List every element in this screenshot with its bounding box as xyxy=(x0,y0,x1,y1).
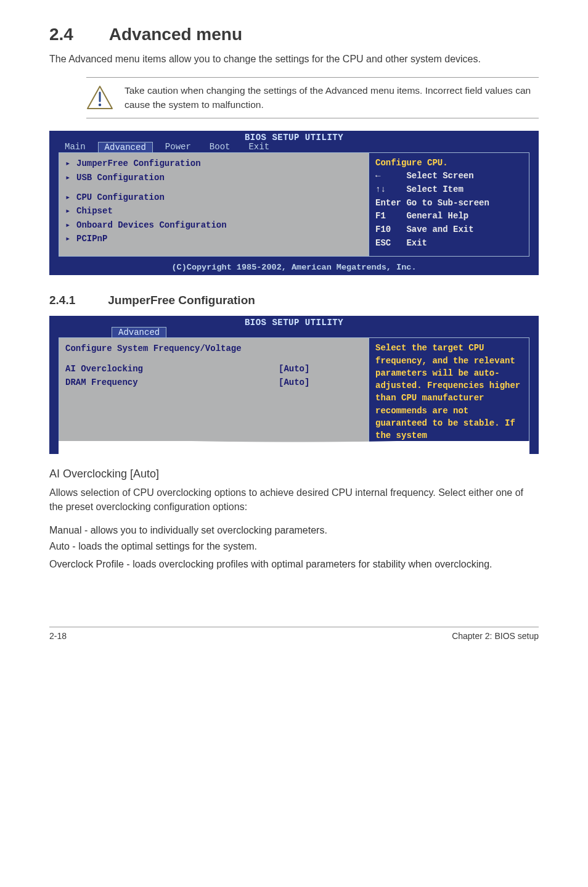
tab-power[interactable]: Power xyxy=(159,142,197,152)
tab-exit[interactable]: Exit xyxy=(242,142,276,152)
subsection-title: JumperFree Configuration xyxy=(108,294,255,307)
bios-advanced-panel: BIOS SETUP UTILITY Main Advanced Power B… xyxy=(49,131,539,275)
option-auto: Auto - loads the optimal settings for th… xyxy=(49,541,539,552)
bios-left-pane: ▸JumperFree Configuration ▸USB Configura… xyxy=(59,153,369,256)
caution-text: Take caution when changing the settings … xyxy=(125,84,539,112)
bios-tabs: Main Advanced Power Boot Exit xyxy=(50,142,538,152)
submenu-arrow-icon: ▸ xyxy=(65,232,73,245)
page-heading: 2.4 Advanced menu xyxy=(49,25,539,44)
chapter-label: Chapter 2: BIOS setup xyxy=(452,631,539,641)
option-body: Allows selection of CPU overclocking opt… xyxy=(49,485,539,514)
tab-boot[interactable]: Boot xyxy=(203,142,237,152)
menu-item-onboard[interactable]: ▸Onboard Devices Configuration xyxy=(65,218,362,232)
menu-item-pcipnp[interactable]: ▸PCIPnP xyxy=(65,232,362,245)
option-overclock-profile: Overclock Profile - loads overclocking p… xyxy=(49,557,539,571)
submenu-arrow-icon: ▸ xyxy=(65,218,73,232)
intro-text: The Advanced menu items allow you to cha… xyxy=(49,52,539,66)
tab-advanced[interactable]: Advanced xyxy=(98,142,153,152)
menu-item-chipset[interactable]: ▸Chipset xyxy=(65,204,362,218)
svg-point-2 xyxy=(99,104,101,106)
submenu-arrow-icon: ▸ xyxy=(65,157,73,170)
option-heading: AI Overclocking [Auto] xyxy=(49,468,539,481)
bios-left-pane: Configure System Frequency/Voltage AI Ov… xyxy=(59,338,369,448)
option-list: Manual - allows you to individually set … xyxy=(49,525,539,571)
bios-copyright: (C)Copyright 1985-2002, American Megatre… xyxy=(50,262,538,274)
option-manual: Manual - allows you to individually set … xyxy=(49,525,539,536)
caution-icon xyxy=(86,84,113,111)
bios-right-pane: Configure CPU. ← Select Screen ↑↓ Select… xyxy=(369,153,529,256)
bios-help-text: Select the target CPU frequency, and the… xyxy=(375,342,523,442)
heading-title: Advanced menu xyxy=(109,25,242,44)
submenu-arrow-icon: ▸ xyxy=(65,171,73,184)
bios-tabs: Advanced xyxy=(50,328,538,337)
menu-item-jumperfree[interactable]: ▸JumperFree Configuration xyxy=(65,157,362,170)
bios-title: BIOS SETUP UTILITY xyxy=(50,131,538,142)
setting-dram-frequency[interactable]: DRAM Frequency [Auto] xyxy=(65,376,362,389)
bios-right-pane: Select the target CPU frequency, and the… xyxy=(369,338,529,448)
menu-item-cpu[interactable]: ▸CPU Configuration xyxy=(65,191,362,204)
tab-advanced[interactable]: Advanced xyxy=(112,327,166,337)
submenu-arrow-icon: ▸ xyxy=(65,191,73,204)
tab-main[interactable]: Main xyxy=(59,142,92,152)
bios-help-top: Configure CPU. xyxy=(375,157,523,170)
caution-callout: Take caution when changing the settings … xyxy=(86,77,539,118)
page-footer: 2-18 Chapter 2: BIOS setup xyxy=(49,627,539,641)
submenu-arrow-icon: ▸ xyxy=(65,204,73,218)
bios-title: BIOS SETUP UTILITY xyxy=(50,316,538,328)
bios-jumperfree-panel: BIOS SETUP UTILITY Advanced Configure Sy… xyxy=(49,316,539,453)
bios-panel-title: Configure System Frequency/Voltage xyxy=(65,342,362,355)
page-number: 2-18 xyxy=(49,631,67,641)
menu-item-usb[interactable]: ▸USB Configuration xyxy=(65,171,362,184)
heading-number: 2.4 xyxy=(49,25,105,44)
subsection-number: 2.4.1 xyxy=(49,294,105,307)
bios-key-help: ← Select Screen ↑↓ Select Item Enter Go … xyxy=(375,170,523,250)
setting-ai-overclocking[interactable]: AI Overclocking [Auto] xyxy=(65,362,362,376)
subsection-heading: 2.4.1 JumperFree Configuration xyxy=(49,294,539,307)
